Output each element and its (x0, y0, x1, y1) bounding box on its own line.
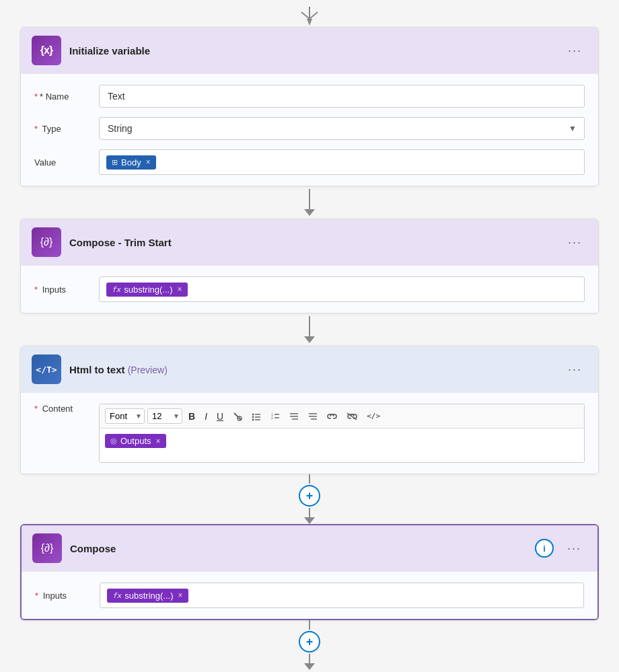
flow-canvas: {x} Initialize variable ··· ** Name * Ty… (0, 0, 619, 672)
card3-rich-text-wrapper: Font ▼ 12 ▼ B I U (99, 404, 585, 463)
card1-title: Initialize variable (69, 45, 554, 57)
arrow-line (309, 189, 310, 209)
post-add-line-2 (309, 654, 310, 663)
card3-toolbar: Font ▼ 12 ▼ B I U (100, 404, 584, 428)
card3-outputs-token: ◎ Outputs × (105, 434, 166, 448)
card1-more-button[interactable]: ··· (562, 41, 587, 61)
card4-substring-token: fx substring(...) × (107, 589, 188, 603)
card3-title: Html to text (Preview) (69, 364, 554, 375)
card3-more-button[interactable]: ··· (562, 360, 587, 379)
card3-icon: </T> (32, 354, 61, 384)
card2-header: {∂} Compose - Trim Start ··· (21, 219, 598, 266)
arrow-head (304, 517, 315, 524)
font-select[interactable]: Font (105, 408, 145, 424)
card3-token-close[interactable]: × (156, 437, 161, 446)
card4-more-button[interactable]: ··· (562, 539, 587, 558)
add-section-1: + (299, 474, 320, 524)
card2-icon-symbol: {∂} (40, 236, 53, 248)
arrow1 (304, 189, 315, 216)
card3-icon-symbol: </T> (36, 365, 57, 375)
svg-text:2.: 2. (271, 416, 274, 420)
arrow-head-bottom (304, 663, 315, 670)
post-add-line (309, 508, 310, 517)
card4-token-close[interactable]: × (178, 591, 183, 600)
svg-marker-3 (307, 19, 312, 26)
link-button[interactable] (324, 411, 340, 422)
card2-inputs-token-field[interactable]: fx substring(...) × (99, 276, 585, 302)
outputs-token-icon: ◎ (110, 437, 117, 445)
indent-decrease-button[interactable] (286, 410, 302, 422)
card3-body: * Content Font ▼ 12 (21, 393, 598, 474)
svg-point-10 (252, 418, 254, 420)
card1-header: {x} Initialize variable ··· (21, 28, 598, 74)
svg-line-1 (301, 12, 310, 19)
font-select-wrap: Font ▼ (105, 408, 145, 424)
card2-more-button[interactable]: ··· (562, 233, 587, 252)
card1-icon-symbol: {x} (40, 44, 52, 57)
card1-body-token-close[interactable]: × (146, 157, 151, 167)
svg-line-2 (310, 12, 318, 19)
bold-button[interactable]: B (185, 409, 198, 424)
card4-inputs-token-field[interactable]: fx substring(...) × (100, 583, 584, 608)
size-select[interactable]: 12 (147, 408, 182, 424)
compose-card: {∂} Compose i ··· * Inputs fx substring(… (20, 524, 599, 620)
card2-icon: {∂} (32, 227, 61, 257)
token-icon: ⊞ (112, 158, 118, 167)
card4-body: * Inputs fx substring(...) × (22, 572, 597, 619)
arrow-head (304, 209, 315, 216)
card3-outputs-token-label: Outputs (120, 436, 151, 446)
pre-add-line-2 (309, 620, 310, 630)
card1-type-row: * Type String ▼ (34, 117, 585, 140)
add-button-1[interactable]: + (299, 485, 320, 507)
card1-value-label: Value (34, 157, 88, 167)
card1-value-row: Value ⊞ Body × (34, 149, 585, 175)
svg-point-6 (252, 413, 254, 415)
unlink-button[interactable] (343, 410, 361, 422)
indent-increase-button[interactable] (305, 410, 321, 422)
card1-body-token: ⊞ Body × (106, 155, 156, 170)
svg-point-8 (252, 416, 254, 418)
card4-header: {∂} Compose i ··· (22, 525, 597, 572)
arrow-head (304, 336, 315, 343)
card4-icon: {∂} (32, 533, 62, 563)
card1-body: ** Name * Type String ▼ Value (21, 74, 598, 186)
italic-button[interactable]: I (201, 409, 211, 424)
card1-name-label: ** Name (34, 91, 88, 102)
pre-add-line (309, 474, 310, 484)
card1-name-row: ** Name (34, 85, 585, 108)
card2-token-label: substring(...) (124, 285, 172, 295)
card1-body-token-label: Body (121, 157, 141, 167)
card1-value-token-field[interactable]: ⊞ Body × (99, 149, 585, 175)
card1-type-select-wrapper: String ▼ (99, 117, 585, 140)
card3-content-area[interactable]: ◎ Outputs × (100, 428, 584, 462)
card4-inputs-row: * Inputs fx substring(...) × (35, 583, 584, 608)
card1-name-input[interactable] (99, 85, 585, 108)
card1-type-select[interactable]: String (99, 117, 585, 140)
fx-icon: fx (112, 591, 121, 600)
top-arrow (296, 7, 323, 27)
arrow-line (309, 316, 310, 336)
bullet-list-button[interactable] (248, 410, 264, 423)
card2-substring-token: fx substring(...) × (106, 283, 188, 297)
card3-header: </T> Html to text (Preview) ··· (21, 346, 598, 393)
card4-token-label: substring(...) (124, 591, 173, 601)
card1-icon: {x} (32, 36, 61, 65)
add-button-2[interactable]: + (299, 631, 320, 652)
card4-title: Compose (70, 543, 527, 554)
underline-button[interactable]: U (213, 409, 227, 424)
numbered-list-button[interactable]: 1.2. (267, 410, 283, 423)
initialize-variable-card: {x} Initialize variable ··· ** Name * Ty… (20, 27, 599, 186)
code-button[interactable]: </> (363, 410, 384, 422)
card3-content-row: * Content Font ▼ 12 (34, 404, 585, 463)
compose-trim-start-card: {∂} Compose - Trim Start ··· * Inputs fx… (20, 219, 599, 313)
fx-icon: fx (112, 285, 120, 294)
html-to-text-card: </T> Html to text (Preview) ··· * Conten… (20, 346, 599, 474)
card2-title: Compose - Trim Start (69, 237, 554, 248)
card2-token-close[interactable]: × (178, 285, 182, 294)
size-select-wrap: 12 ▼ (147, 408, 182, 424)
card3-content-label: * Content (34, 404, 88, 414)
card4-info-button[interactable]: i (535, 539, 554, 558)
card2-inputs-row: * Inputs fx substring(...) × (34, 276, 585, 302)
card2-body: * Inputs fx substring(...) × (21, 266, 598, 313)
highlight-button[interactable] (229, 410, 246, 423)
